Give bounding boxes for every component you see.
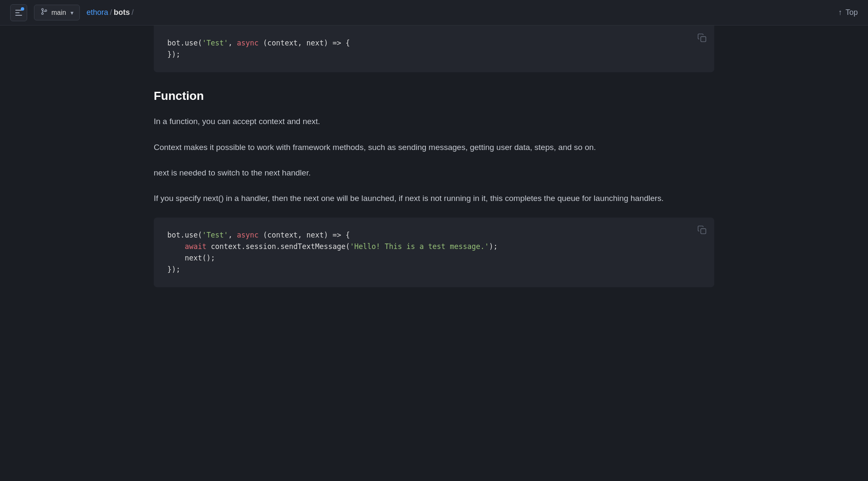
svg-point-4 <box>42 13 43 14</box>
notification-dot <box>21 7 24 11</box>
main-content: bot.use('Test', async (context, next) =>… <box>128 25 740 330</box>
git-branch-icon <box>40 8 48 15</box>
top-code-line-2: }); <box>167 49 701 60</box>
copy-icon-bottom <box>697 225 707 235</box>
top-label: Top <box>845 8 858 17</box>
bottom-code-block: bot.use('Test', async (context, next) =>… <box>154 218 714 288</box>
top-code-content: bot.use('Test', async (context, next) =>… <box>167 37 701 60</box>
breadcrumb-separator-2: / <box>132 8 134 17</box>
breadcrumb-link-ethora[interactable]: ethora <box>87 8 108 17</box>
bottom-code-copy-button[interactable] <box>696 224 708 236</box>
function-para-3: next is needed to switch to the next han… <box>154 166 714 180</box>
function-section: Function In a function, you can accept c… <box>154 89 714 287</box>
function-para-2: Context makes it possible to work with f… <box>154 141 714 154</box>
breadcrumb: ethora / bots / <box>87 8 134 17</box>
bottom-code-content: bot.use('Test', async (context, next) =>… <box>167 229 701 276</box>
copy-icon <box>697 33 707 42</box>
top-link[interactable]: ↑ Top <box>838 8 858 17</box>
sidebar-toggle-button[interactable] <box>10 4 27 21</box>
function-para-1: In a function, you can accept context an… <box>154 115 714 128</box>
branch-name: main <box>51 9 66 17</box>
top-code-copy-button[interactable] <box>696 31 708 44</box>
svg-rect-1 <box>15 12 20 13</box>
top-code-line-1: bot.use('Test', async (context, next) =>… <box>167 37 701 49</box>
bottom-code-line-1: bot.use('Test', async (context, next) =>… <box>167 229 701 241</box>
nav-left: main ▾ ethora / bots / <box>10 4 134 21</box>
top-navigation: main ▾ ethora / bots / ↑ Top <box>0 0 868 25</box>
branch-icon <box>40 8 48 17</box>
nav-right: ↑ Top <box>838 8 858 17</box>
branch-chevron-icon: ▾ <box>70 9 73 16</box>
svg-rect-7 <box>701 229 706 234</box>
svg-rect-2 <box>15 15 22 16</box>
svg-rect-6 <box>701 37 706 42</box>
function-para-4: If you specify next() in a handler, then… <box>154 192 714 205</box>
bottom-code-line-4: }); <box>167 264 701 275</box>
breadcrumb-separator-1: / <box>110 8 112 17</box>
top-arrow-icon: ↑ <box>838 8 842 17</box>
function-heading: Function <box>154 89 714 103</box>
breadcrumb-page: bots <box>114 8 130 17</box>
branch-selector[interactable]: main ▾ <box>34 5 80 20</box>
top-code-block: bot.use('Test', async (context, next) =>… <box>154 25 714 72</box>
bottom-code-line-3: next(); <box>167 252 701 264</box>
bottom-code-line-2: await context.session.sendTextMessage('H… <box>167 241 701 252</box>
svg-point-3 <box>42 8 43 10</box>
